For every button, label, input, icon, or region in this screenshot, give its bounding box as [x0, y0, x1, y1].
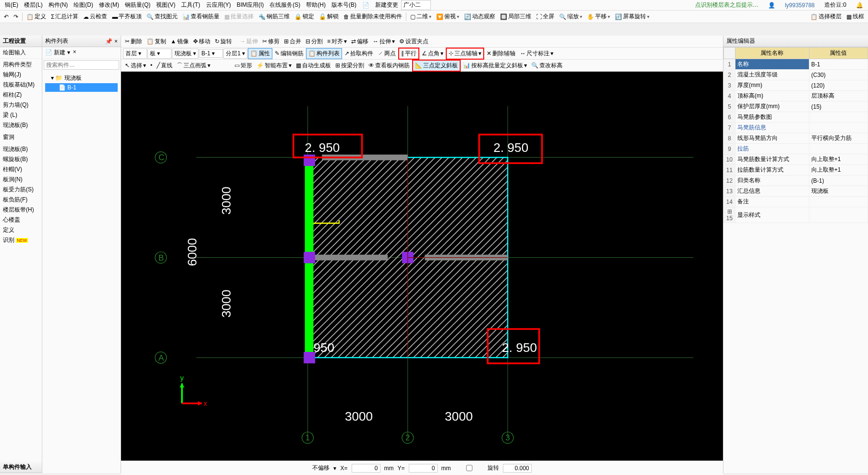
item-cap[interactable]: 柱帽(V): [0, 164, 42, 175]
username-box[interactable]: 广小二: [401, 0, 431, 10]
smart-layout-btn[interactable]: ⚡ 智能布置 ▾: [255, 61, 293, 71]
prop-value[interactable]: 向上取整+1: [809, 154, 868, 165]
user-label[interactable]: ly99359788: [782, 2, 818, 9]
menu-bim[interactable]: BIM应用(I): [234, 1, 267, 9]
prop-value[interactable]: (120): [809, 80, 868, 91]
fullscreen-btn[interactable]: ⛶ 全屏: [534, 12, 556, 22]
prop-value[interactable]: 层顶标高: [809, 91, 868, 101]
extend-btn[interactable]: → 延伸: [238, 37, 260, 47]
dyn-view-btn[interactable]: 🔄 动态观察: [462, 12, 497, 22]
copy-btn[interactable]: 📋 复制: [145, 37, 168, 47]
flat-top-btn[interactable]: ▬ 平齐板顶: [110, 12, 144, 22]
view-rebar-btn[interactable]: 📊 查看钢筋量: [181, 12, 221, 22]
item-slabrebar[interactable]: 板受力筋(S): [0, 185, 42, 195]
prop-name[interactable]: 名称: [735, 59, 809, 70]
tree-node-slab[interactable]: ▾ 📁 现浇板: [45, 73, 118, 83]
view-inner-btn[interactable]: 👁 查看板内钢筋: [367, 61, 412, 71]
prop-name[interactable]: 保护层厚度(mm): [735, 101, 809, 112]
dim-label-btn[interactable]: ↔ 尺寸标注 ▾: [518, 49, 555, 59]
single-comp-input[interactable]: 单构件输入: [0, 462, 42, 473]
item-spiral[interactable]: 螺旋板(B): [0, 154, 42, 164]
rotate-btn[interactable]: ↻ 旋转: [213, 37, 234, 47]
menu-help[interactable]: 帮助(H): [303, 1, 329, 9]
menu-floor[interactable]: 楼层(L): [21, 1, 46, 9]
item-axis[interactable]: 轴网(J): [0, 70, 42, 80]
new-change-btn[interactable]: 新建变更: [372, 1, 401, 9]
parallel-btn[interactable]: ∥ 平行: [398, 48, 419, 60]
drawing-canvas[interactable]: C B A 1 2 3 3000 3000 6000 3000 3000: [121, 72, 723, 461]
arc-btn[interactable]: ⌒ 三点画弧 ▾: [175, 61, 212, 71]
find-el-btn[interactable]: 🔍 查找图元: [145, 12, 180, 22]
id-select[interactable]: B-1 ▾: [199, 49, 223, 58]
offset-mode[interactable]: 不偏移: [312, 464, 330, 472]
item-identify[interactable]: 识别 NEW: [0, 235, 42, 245]
layer-select[interactable]: 分层1 ▾: [223, 49, 247, 59]
batch-slope-btn[interactable]: 📊 按标高批量定义斜板 ▾: [461, 61, 529, 71]
sum-btn[interactable]: Σ 汇总计算: [49, 12, 80, 22]
item-column[interactable]: 框柱(Z): [0, 90, 42, 100]
item-slab2[interactable]: 现浇板(B): [0, 144, 42, 154]
auto-gen-btn[interactable]: ▦ 自动生成板: [294, 61, 333, 71]
prop-name[interactable]: 归类名称: [735, 175, 809, 186]
batch-select-btn[interactable]: ▦ 批量选择: [222, 12, 256, 22]
prop-value[interactable]: (C30): [809, 70, 868, 80]
unlock-btn[interactable]: 🔓 解锁: [317, 12, 341, 22]
del-comp-btn[interactable]: ×: [73, 49, 76, 57]
prop-value[interactable]: [809, 197, 868, 207]
prop-name[interactable]: 混凝土强度等级: [735, 70, 809, 80]
split-btn[interactable]: ⊟ 分割: [304, 37, 325, 47]
item-floorstrip[interactable]: 楼层板带(H): [0, 205, 42, 215]
item-common[interactable]: 用构件类型: [0, 60, 42, 70]
mirror-btn[interactable]: ▲ 镜像: [169, 37, 191, 47]
edit-rebar-btn[interactable]: ✎ 编辑钢筋: [273, 49, 306, 59]
redo-btn[interactable]: ↷: [12, 12, 20, 21]
prop-value[interactable]: [809, 123, 868, 133]
screen-rot-btn[interactable]: 🔃 屏幕旋转 ▾: [613, 12, 651, 22]
prop-name[interactable]: 马凳筋信息: [735, 123, 809, 133]
prop-name[interactable]: 线形马凳筋方向: [735, 133, 809, 144]
local-3d-btn[interactable]: 🔲 局部三维: [498, 12, 533, 22]
new-comp-btn[interactable]: 📄 新建 ▾: [45, 49, 70, 57]
top-view-btn[interactable]: 🔽 俯视 ▾: [434, 12, 461, 22]
prop-name[interactable]: 马凳筋参数图: [735, 112, 809, 123]
cloud-check-btn[interactable]: ☁ 云检查: [81, 12, 109, 22]
item-slabhole[interactable]: 板洞(N): [0, 175, 42, 185]
prop-value[interactable]: [809, 112, 868, 123]
batch-del-btn[interactable]: 🗑 批量删除未使用构件: [342, 12, 404, 22]
select-btn[interactable]: ↖ 选择 ▾: [123, 61, 148, 71]
join-btn[interactable]: ⊞ 合并: [282, 37, 303, 47]
tree-leaf-b1[interactable]: 📄 B-1: [45, 83, 118, 92]
menu-cloud[interactable]: 云应用(Y): [203, 1, 234, 9]
pin-icon[interactable]: 📌: [105, 38, 112, 45]
align-btn[interactable]: ≡ 对齐 ▾: [325, 37, 349, 47]
menu-draw[interactable]: 绘图(D): [71, 1, 96, 9]
pan-btn[interactable]: ✋ 平移 ▾: [585, 12, 612, 22]
menu-view[interactable]: 视图(V): [153, 1, 178, 9]
prop-name[interactable]: 汇总信息: [735, 186, 809, 197]
rotate-check[interactable]: [455, 465, 484, 471]
prop-name[interactable]: 厚度(mm): [735, 80, 809, 91]
offset-btn[interactable]: ⇄ 偏移: [349, 37, 370, 47]
item-negbar[interactable]: 板负筋(F): [0, 195, 42, 205]
menu-comp[interactable]: 构件(N): [46, 1, 71, 9]
prop-name[interactable]: 显示样式: [735, 207, 809, 223]
draw-input-tab[interactable]: 绘图输入: [0, 47, 42, 59]
point-angle-btn[interactable]: ∠ 点角 ▾: [420, 49, 445, 59]
menu-rebar[interactable]: 钢筋量(Q): [122, 1, 153, 9]
menu-tool[interactable]: 工具(T): [178, 1, 203, 9]
prop-name[interactable]: 备注: [735, 197, 809, 207]
2d-btn[interactable]: ▢ 二维 ▾: [408, 12, 433, 22]
prop-value[interactable]: [809, 144, 868, 154]
prop-value[interactable]: 平行横向受力筋: [809, 133, 868, 144]
item-opening[interactable]: 窗洞: [0, 132, 42, 142]
define-btn[interactable]: 📋 定义: [24, 12, 48, 22]
two-point-btn[interactable]: ⟋ 两点: [376, 49, 398, 59]
item-raft[interactable]: 筏板基础(M): [0, 80, 42, 90]
category-select[interactable]: 板 ▾: [147, 49, 171, 59]
set-clamp-btn[interactable]: ⚙ 设置夹点: [397, 37, 430, 47]
menu-edit[interactable]: 辑(E): [2, 1, 21, 9]
move-btn[interactable]: ✥ 移动: [191, 37, 212, 47]
y-input[interactable]: [409, 464, 438, 473]
item-slab[interactable]: 现浇板(B): [0, 120, 42, 130]
point-btn[interactable]: •: [148, 61, 154, 70]
